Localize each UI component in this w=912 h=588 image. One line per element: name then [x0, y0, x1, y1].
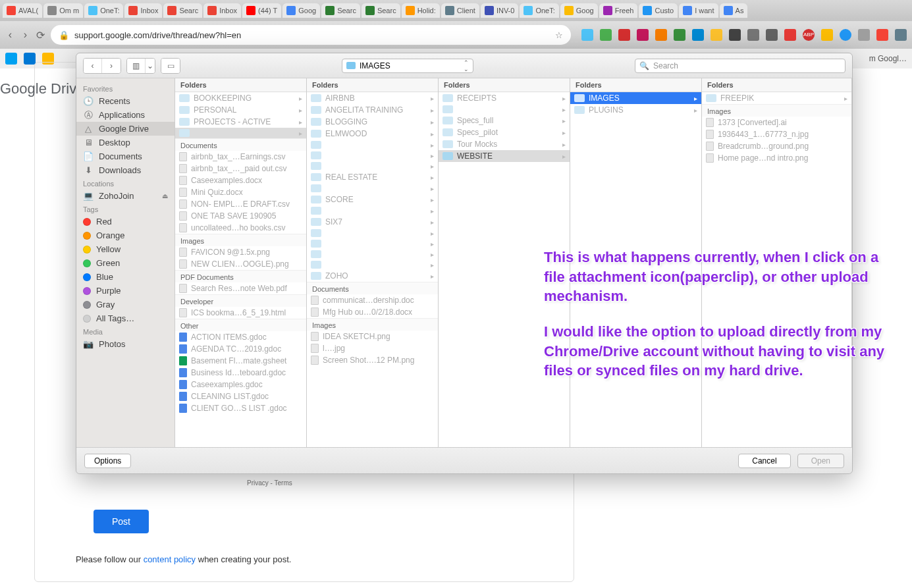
browser-tab[interactable]: OneT:: [84, 3, 123, 18]
file-item[interactable]: Mini Quiz.docx: [175, 186, 306, 198]
star-icon[interactable]: ☆: [555, 30, 563, 40]
eject-icon[interactable]: ⏏: [162, 192, 168, 200]
file-item[interactable]: ACTION ITEMS.gdoc: [175, 331, 306, 343]
group-by-button[interactable]: ▭: [161, 59, 180, 73]
folder-item[interactable]: ZOHO▸: [307, 270, 438, 282]
ext-icon[interactable]: [784, 29, 796, 41]
folder-item[interactable]: FREEPIK▸: [702, 92, 851, 104]
sidebar-tag[interactable]: Yellow: [76, 242, 174, 256]
ext-icon[interactable]: [600, 29, 612, 41]
ext-icon[interactable]: [637, 29, 649, 41]
file-item[interactable]: Mfg Hub ou…0/2/18.docx: [307, 306, 438, 318]
folder-item[interactable]: ▸: [307, 150, 438, 161]
bookmark-icon[interactable]: [5, 53, 17, 65]
ext-icon[interactable]: [747, 29, 759, 41]
browser-tab[interactable]: Searc: [321, 3, 360, 18]
folder-item[interactable]: SIX7▸: [307, 216, 438, 228]
back-button[interactable]: ‹: [5, 27, 15, 43]
sidebar-item[interactable]: ⬇Downloads: [76, 163, 174, 177]
file-item[interactable]: Basement Fl…mate.gsheet: [175, 355, 306, 367]
file-item[interactable]: Screen Shot….12 PM.png: [307, 354, 438, 366]
file-item[interactable]: Business Id…teboard.gdoc: [175, 367, 306, 379]
browser-tab[interactable]: Inbox: [203, 3, 241, 18]
browser-tab[interactable]: OneT:: [520, 3, 558, 18]
folder-item[interactable]: SCORE▸: [307, 194, 438, 205]
file-item[interactable]: Home page…nd intro.png: [702, 152, 851, 164]
sidebar-item[interactable]: 📄Documents: [76, 149, 174, 163]
path-dropdown[interactable]: IMAGES ⌃⌄: [342, 59, 473, 73]
browser-tab[interactable]: As: [720, 3, 748, 18]
browser-tab[interactable]: Custo: [639, 3, 678, 18]
folder-item[interactable]: PERSONAL▸: [175, 104, 306, 116]
ext-icon[interactable]: [729, 29, 741, 41]
folder-item[interactable]: ▸: [307, 249, 438, 259]
file-item[interactable]: ICS bookma…6_5_19.html: [175, 307, 306, 319]
forward-button[interactable]: ›: [20, 27, 30, 43]
browser-tab[interactable]: Goog: [560, 3, 598, 18]
folder-item[interactable]: Tour Mocks▸: [439, 138, 570, 150]
ext-icon[interactable]: [655, 29, 667, 41]
folder-item[interactable]: Specs_pilot▸: [439, 126, 570, 138]
folder-item[interactable]: ▸: [307, 161, 438, 171]
file-item[interactable]: airbnb_tax_…Earnings.csv: [175, 151, 306, 163]
folder-item[interactable]: ▸: [307, 259, 438, 270]
ext-icon[interactable]: [895, 29, 907, 41]
file-item[interactable]: NEW CLIEN…OOGLE).png: [175, 258, 306, 270]
file-item[interactable]: airbnb_tax_…_paid out.csv: [175, 163, 306, 174]
file-item[interactable]: uncollateed…ho books.csv: [175, 222, 306, 234]
file-item[interactable]: Caseexamples.gdoc: [175, 379, 306, 390]
ext-icon[interactable]: [618, 29, 630, 41]
browser-tab[interactable]: Holid:: [402, 3, 440, 18]
folder-item[interactable]: PLUGINS▸: [570, 104, 701, 116]
folder-item[interactable]: ▸: [307, 228, 438, 238]
browser-tab[interactable]: INV-0: [481, 3, 519, 18]
cancel-button[interactable]: Cancel: [738, 454, 790, 468]
folder-item[interactable]: ▸: [307, 238, 438, 249]
sidebar-tag[interactable]: Blue: [76, 270, 174, 284]
folder-item[interactable]: BOOKKEEPING▸: [175, 92, 306, 104]
file-item[interactable]: IDEA SKETCH.png: [307, 331, 438, 342]
file-item[interactable]: communicat…dership.doc: [307, 294, 438, 306]
file-item[interactable]: l….jpg: [307, 342, 438, 354]
ext-icon[interactable]: [876, 29, 888, 41]
sidebar-tag[interactable]: Orange: [76, 228, 174, 242]
folder-item[interactable]: REAL ESTATE▸: [307, 171, 438, 183]
file-item[interactable]: FAVICON 9@1.5x.png: [175, 246, 306, 258]
file-item[interactable]: AGENDA TC…2019.gdoc: [175, 343, 306, 355]
sidebar-item[interactable]: 🖥Desktop: [76, 136, 174, 149]
file-item[interactable]: NON- EMPL…E DRAFT.csv: [175, 198, 306, 210]
file-item[interactable]: 1936443_1…67773_n.jpg: [702, 128, 851, 140]
sidebar-tag[interactable]: Gray: [76, 298, 174, 311]
content-policy-link[interactable]: content policy: [144, 554, 196, 564]
bookmark-icon[interactable]: [24, 53, 36, 65]
ext-icon[interactable]: [674, 29, 685, 41]
browser-tab[interactable]: Client: [441, 3, 479, 18]
folder-item[interactable]: ▸: [439, 104, 570, 115]
view-dropdown[interactable]: ⌄: [146, 59, 155, 73]
ext-icon[interactable]: [858, 29, 870, 41]
post-button[interactable]: Post: [94, 510, 149, 533]
file-item[interactable]: Search Res…note Web.pdf: [175, 282, 306, 294]
sidebar-tag[interactable]: Green: [76, 256, 174, 270]
bookmark-overflow[interactable]: m Googl…: [869, 54, 907, 63]
sidebar-item[interactable]: △Google Drive: [76, 122, 174, 136]
file-item[interactable]: ONE TAB SAVE 190905: [175, 210, 306, 222]
folder-item[interactable]: ▸: [307, 140, 438, 150]
browser-tab[interactable]: Inbox: [124, 3, 162, 18]
file-item[interactable]: CLEANING LIST.gdoc: [175, 390, 306, 402]
sidebar-item[interactable]: 🕒Recents: [76, 94, 174, 108]
options-button[interactable]: Options: [84, 454, 131, 468]
file-item[interactable]: Caseexamples.docx: [175, 174, 306, 186]
folder-item[interactable]: BLOGGING▸: [307, 116, 438, 128]
ext-icon[interactable]: [581, 29, 593, 41]
reload-button[interactable]: ⟳: [36, 27, 45, 43]
file-item[interactable]: 1373 [Converted].ai: [702, 117, 851, 128]
sidebar-item[interactable]: ⒶApplications: [76, 108, 174, 122]
ext-icon[interactable]: [766, 29, 778, 41]
browser-tab[interactable]: AVAL(: [3, 3, 42, 18]
folder-item[interactable]: AIRBNB▸: [307, 92, 438, 104]
folder-item[interactable]: PROJECTS - ACTIVE▸: [175, 116, 306, 128]
browser-tab[interactable]: Freeh: [599, 3, 638, 18]
ext-icon[interactable]: [821, 29, 833, 41]
folder-item[interactable]: WEBSITE▸: [439, 150, 570, 162]
